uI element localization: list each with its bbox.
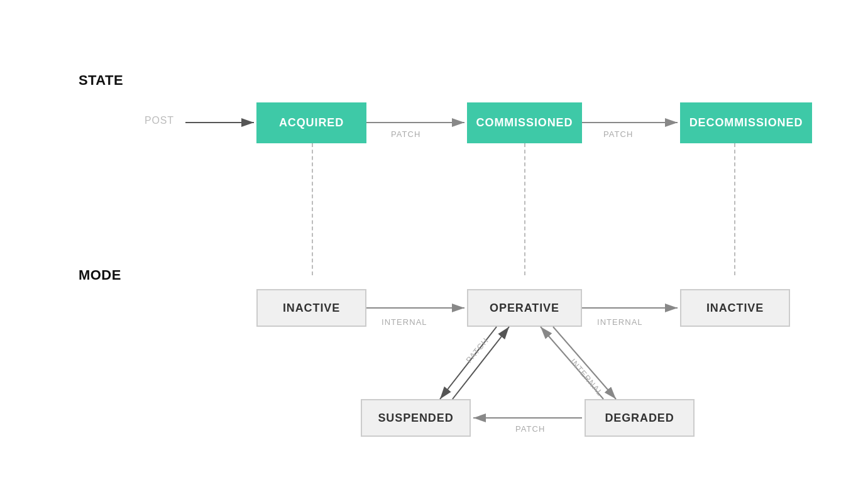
inactive-left-box: INACTIVE (256, 289, 366, 327)
patch-label-3: PATCH (464, 336, 490, 364)
patch-label-1: PATCH (391, 129, 420, 139)
svg-line-7 (440, 327, 497, 399)
inactive-right-box: INACTIVE (680, 289, 790, 327)
post-label: POST (145, 115, 174, 126)
state-section-label: STATE (79, 72, 123, 89)
degraded-box: DEGRADED (585, 399, 695, 437)
diagram-container: STATE MODE POST ACQUIRED COMMISSIONED DE… (0, 0, 868, 504)
internal-label-3: INTERNAL (568, 357, 605, 398)
internal-label-1: INTERNAL (382, 317, 427, 327)
dashed-line-1 (312, 143, 313, 275)
acquired-box: ACQUIRED (256, 102, 366, 143)
operative-box: OPERATIVE (467, 289, 582, 327)
patch-label-4: PATCH (515, 424, 545, 434)
svg-line-9 (553, 327, 616, 399)
patch-label-2: PATCH (603, 129, 633, 139)
dashed-line-3 (734, 143, 735, 275)
internal-label-2: INTERNAL (597, 317, 643, 327)
mode-section-label: MODE (79, 267, 121, 283)
commissioned-box: COMMISSIONED (467, 102, 582, 143)
dashed-line-2 (524, 143, 525, 275)
suspended-box: SUSPENDED (361, 399, 471, 437)
decommissioned-box: DECOMMISSIONED (680, 102, 812, 143)
